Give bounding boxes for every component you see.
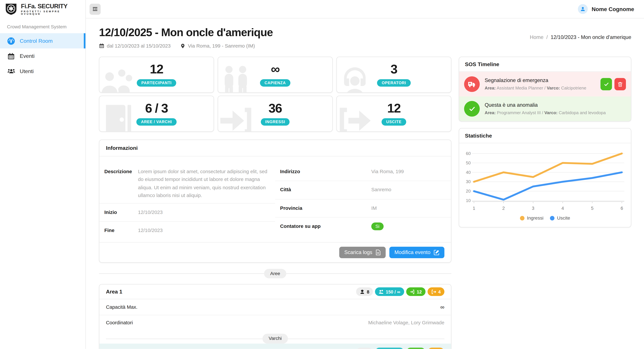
event-date-range: dal 12/10/2023 al 15/10/2023 bbox=[107, 43, 170, 49]
operator-icon bbox=[360, 289, 365, 294]
operator-headset-icon bbox=[338, 64, 372, 93]
statistiche-card: Statistiche 102030405060123456 Ingressi bbox=[459, 128, 631, 227]
trash-icon bbox=[618, 81, 622, 87]
event-location: Via Roma, 199 - Sanremo (IM) bbox=[180, 43, 255, 49]
two-persons-icon bbox=[219, 64, 253, 93]
sidebar-item-label: Utenti bbox=[20, 68, 34, 74]
svg-text:3: 3 bbox=[532, 206, 534, 211]
exits-badge: 4 bbox=[428, 348, 444, 349]
stat-card-uscite: 12 USCITE bbox=[336, 96, 452, 132]
sos-timeline-title: SOS Timeline bbox=[459, 57, 631, 72]
informazioni-card: Informazioni Descrizione Lorem ipsum dol… bbox=[99, 140, 451, 263]
area-badges: 8 150 / ∞ 12 bbox=[356, 287, 444, 296]
sidebar-caption: Crowd Management System bbox=[0, 18, 86, 33]
user-avatar-icon bbox=[578, 4, 588, 14]
breadcrumb-home[interactable]: Home bbox=[530, 34, 544, 40]
area-row-capacita: Capacità Max. ∞ bbox=[99, 299, 451, 315]
info-row-inizio: Inizio 12/10/2023 bbox=[99, 204, 275, 222]
page-head: 12/10/2025 - Mon oncle d'amerique dal 12… bbox=[99, 26, 631, 49]
brand-name: Fi.Fa. SECURITY bbox=[21, 3, 81, 9]
sos-item-subtitle: Area: Assistant Media Planner / Varco: C… bbox=[485, 85, 596, 91]
sidebar-item-utenti[interactable]: Utenti bbox=[0, 64, 86, 79]
entries-badge: 12 bbox=[406, 287, 426, 296]
stat-label: AREE / VARCHI bbox=[136, 118, 176, 125]
breadcrumb: Home/12/10/2023 - Mon oncle d'amerique bbox=[530, 34, 631, 40]
legend-dot-uscite bbox=[550, 216, 554, 220]
svg-text:10: 10 bbox=[466, 198, 471, 203]
svg-text:40: 40 bbox=[466, 170, 471, 175]
exits-badge: 4 bbox=[428, 287, 444, 296]
svg-text:30: 30 bbox=[466, 179, 471, 184]
event-dates: dal 12/10/2023 al 15/10/2023 bbox=[99, 43, 170, 49]
stat-label: OPERATORI bbox=[377, 79, 410, 86]
stat-card-operatori: 3 OPERATORI bbox=[336, 57, 452, 93]
svg-text:4: 4 bbox=[562, 206, 564, 211]
arrow-exit-icon bbox=[338, 103, 372, 132]
area-header[interactable]: Area 1 8 150 / ∞ bbox=[99, 285, 451, 299]
page-content: 12/10/2025 - Mon oncle d'amerique dal 12… bbox=[86, 18, 644, 349]
stat-value: 6 / 3 bbox=[145, 102, 168, 115]
area-row-coordinatori: Coordinatori Michaeline Volage, Lory Gri… bbox=[99, 315, 451, 330]
svg-text:5: 5 bbox=[591, 206, 594, 211]
info-row-provincia: Provincia IM bbox=[275, 200, 451, 218]
users-icon bbox=[7, 67, 15, 75]
info-row-fine: Fine 12/10/2023 bbox=[99, 222, 275, 240]
sos-item-anomaly: Questa è una anomalia Area: Programmer A… bbox=[459, 96, 631, 121]
door-icon bbox=[100, 103, 135, 132]
svg-text:6: 6 bbox=[620, 206, 623, 211]
legend-uscite[interactable]: Uscite bbox=[550, 215, 570, 220]
legend-ingressi[interactable]: Ingressi bbox=[520, 215, 544, 220]
chart-legend: Ingressi Uscite bbox=[464, 215, 626, 222]
calendar-icon bbox=[99, 43, 104, 48]
stat-card-capienza: ∞ CAPIENZA bbox=[218, 57, 333, 93]
info-column-left: Descrizione Lorem ipsum dolor sit amet, … bbox=[99, 163, 275, 240]
user-menu[interactable]: Nome Cognome bbox=[578, 4, 634, 14]
varco-row[interactable]: Varco 1 4 150 / ∞ bbox=[99, 343, 451, 349]
stat-label: USCITE bbox=[382, 118, 406, 125]
sos-timeline-card: SOS Timeline Segnalazione di emerge bbox=[459, 57, 631, 121]
brand-tagline: PROTETTI SEMPRE OVUNQUE bbox=[21, 10, 81, 15]
people-icon bbox=[379, 289, 384, 294]
brand-logo[interactable]: Fi.Fa. SECURITY PROTETTI SEMPRE OVUNQUE bbox=[0, 0, 86, 18]
sidebar: Fi.Fa. SECURITY PROTETTI SEMPRE OVUNQUE … bbox=[0, 0, 86, 349]
legend-dot-ingressi bbox=[520, 216, 524, 220]
info-row-indirizzo: Indirizzo Via Roma, 199 bbox=[275, 163, 451, 181]
informazioni-title: Informazioni bbox=[99, 140, 451, 156]
informazioni-footer: Scarica logs Modifica evento bbox=[99, 242, 451, 262]
stat-value: 36 bbox=[268, 102, 282, 115]
sos-item-title: Segnalazione di emergenza bbox=[485, 77, 596, 83]
entries-badge: 12 bbox=[406, 348, 426, 349]
sos-item-subtitle: Area: Programmer Analyst III / Varco: Ca… bbox=[485, 110, 626, 115]
crowd-management-app: Fi.Fa. SECURITY PROTETTI SEMPRE OVUNQUE … bbox=[0, 0, 644, 349]
sidebar-item-eventi[interactable]: Eventi bbox=[0, 48, 86, 64]
user-name: Nome Cognome bbox=[592, 6, 634, 12]
sos-item-emergency: Segnalazione di emergenza Area: Assistan… bbox=[459, 72, 631, 96]
stat-value: 12 bbox=[387, 102, 400, 115]
collapse-menu-icon bbox=[92, 6, 98, 12]
exit-icon bbox=[431, 289, 436, 294]
right-column: SOS Timeline Segnalazione di emerge bbox=[459, 57, 631, 349]
event-address: Via Roma, 199 - Sanremo (IM) bbox=[188, 43, 255, 49]
info-row-contatore: Contatore su app Si bbox=[275, 218, 451, 236]
svg-text:20: 20 bbox=[466, 189, 471, 194]
shield-logo-icon bbox=[4, 2, 18, 16]
modifica-evento-button[interactable]: Modifica evento bbox=[390, 247, 444, 258]
ambulance-icon bbox=[464, 76, 480, 92]
stat-label: INGRESSI bbox=[261, 118, 290, 125]
sos-confirm-button[interactable] bbox=[600, 78, 612, 90]
stat-label: CAPIENZA bbox=[260, 79, 290, 86]
edit-icon bbox=[434, 249, 440, 255]
sidebar-item-label: Eventi bbox=[20, 53, 35, 59]
svg-text:50: 50 bbox=[466, 160, 471, 165]
sidebar-item-control-room[interactable]: Control Room bbox=[0, 33, 86, 48]
info-row-citta: Città Sanremo bbox=[275, 181, 451, 199]
arrow-enter-icon bbox=[219, 103, 253, 132]
sos-delete-button[interactable] bbox=[614, 78, 626, 90]
area-card: Area 1 8 150 / ∞ bbox=[99, 284, 451, 349]
stats-grid: 12 PARTECIPANTI ∞ CAPIENZA bbox=[99, 57, 451, 132]
scarica-logs-button[interactable]: Scarica logs bbox=[340, 247, 386, 258]
sidebar-collapse-button[interactable] bbox=[90, 3, 101, 14]
info-row-descrizione: Descrizione Lorem ipsum dolor sit amet, … bbox=[99, 163, 275, 204]
operators-badge: 4 bbox=[356, 348, 373, 349]
capacity-badge: 150 / ∞ bbox=[375, 287, 404, 296]
